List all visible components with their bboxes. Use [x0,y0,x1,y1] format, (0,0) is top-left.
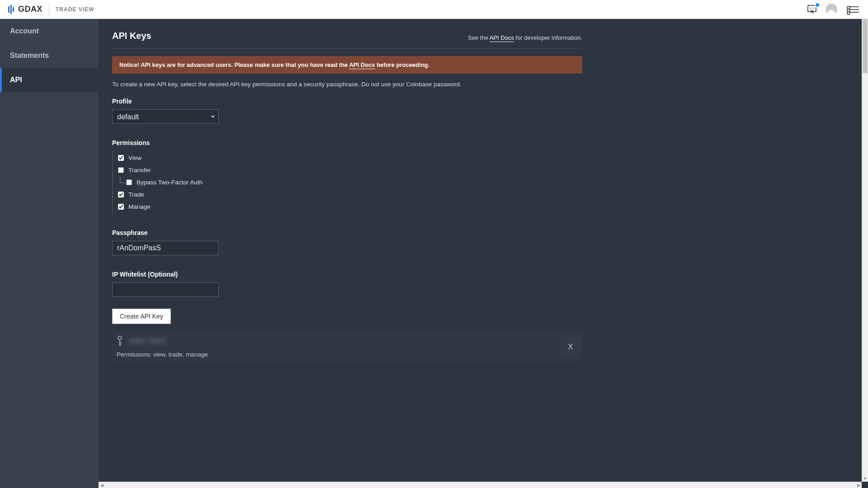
whitelist-label: IP Whitelist (Optional) [112,271,582,278]
permission-bypass-2fa[interactable]: Bypass Two-Factor Auth [126,176,582,188]
permissions-label: Permissions [112,139,582,146]
permission-manage-checkbox[interactable] [118,204,124,210]
key-icon [117,336,123,347]
profile-group: Profile default [112,98,582,124]
notice-before: Notice! API keys are for advanced users.… [119,61,349,68]
permission-transfer-checkbox[interactable] [118,167,124,173]
permission-transfer[interactable]: Transfer [118,164,582,176]
permissions-list: View Transfer Bypass Two-Factor Auth Tra… [112,151,582,214]
svg-rect-1 [10,5,12,14]
sidebar: Account Statements API [0,19,99,488]
permission-view-checkbox[interactable] [118,155,124,161]
notice-docs-link[interactable]: API Docs [349,61,375,69]
permission-manage[interactable]: Manage [118,201,582,213]
api-key-permissions: Permissions: view, trade, manage [117,351,208,358]
api-key-masked: •••• •••• [129,337,166,346]
docs-hint: See the API Docs for developer informati… [468,34,582,41]
logo-bars-icon [8,5,15,14]
scroll-left-arrow-icon[interactable]: ◀ [99,482,105,488]
topbar: GDAX TRADE VIEW [0,0,868,19]
sidebar-item-api[interactable]: API [0,68,99,92]
nav-trade-view[interactable]: TRADE VIEW [56,6,94,13]
chat-icon[interactable] [807,5,817,14]
delete-api-key-button[interactable]: X [561,337,580,357]
page-title: API Keys [112,31,151,41]
profile-label: Profile [112,98,582,105]
passphrase-label: Passphrase [112,229,582,236]
docs-hint-before: See the [468,34,490,41]
permission-bypass-2fa-label: Bypass Two-Factor Auth [137,179,203,186]
whitelist-input[interactable] [112,282,219,297]
menu-icon[interactable] [849,6,859,13]
api-key-card: •••• •••• Permissions: view, trade, mana… [112,331,582,362]
intro-text: To create a new API key, select the desi… [112,81,582,88]
permission-transfer-label: Transfer [128,167,151,174]
docs-link[interactable]: API Docs [490,34,514,42]
passphrase-input[interactable] [112,241,219,255]
brand-logo[interactable]: GDAX [5,5,46,14]
notice-banner: Notice! API keys are for advanced users.… [112,56,582,74]
svg-point-3 [118,336,122,340]
scroll-down-arrow-icon[interactable]: ▼ [862,475,868,482]
content-area: API Keys See the API Docs for developer … [99,19,868,488]
vertical-scrollbar[interactable]: ▲ ▼ [862,19,868,482]
permissions-group: Permissions View Transfer Bypass Two-Fac… [112,139,582,214]
sidebar-item-statements[interactable]: Statements [0,43,99,68]
notice-after: before proceeding. [375,61,430,68]
topbar-divider [49,4,49,15]
permission-trade-checkbox[interactable] [118,192,124,197]
user-avatar[interactable] [826,4,837,15]
brand-text: GDAX [18,5,42,14]
horizontal-scrollbar[interactable]: ◀ ▶ [99,482,862,488]
chat-notification-badge [815,2,820,8]
whitelist-group: IP Whitelist (Optional) [112,271,582,297]
vertical-scroll-thumb[interactable] [863,19,868,73]
svg-rect-2 [13,7,14,12]
create-api-key-button[interactable]: Create API Key [112,309,171,324]
sidebar-item-account[interactable]: Account [0,19,99,43]
permission-bypass-2fa-checkbox[interactable] [126,179,132,185]
profile-select[interactable]: default [112,109,219,124]
docs-hint-after: for developer information. [514,34,582,41]
passphrase-group: Passphrase [112,229,582,255]
permission-trade-label: Trade [128,191,144,198]
scroll-right-arrow-icon[interactable]: ▶ [855,482,862,488]
permission-manage-label: Manage [128,203,151,210]
permission-view-label: View [128,155,142,161]
permission-view[interactable]: View [118,152,582,164]
svg-rect-0 [8,6,9,13]
permission-trade[interactable]: Trade [118,188,582,201]
